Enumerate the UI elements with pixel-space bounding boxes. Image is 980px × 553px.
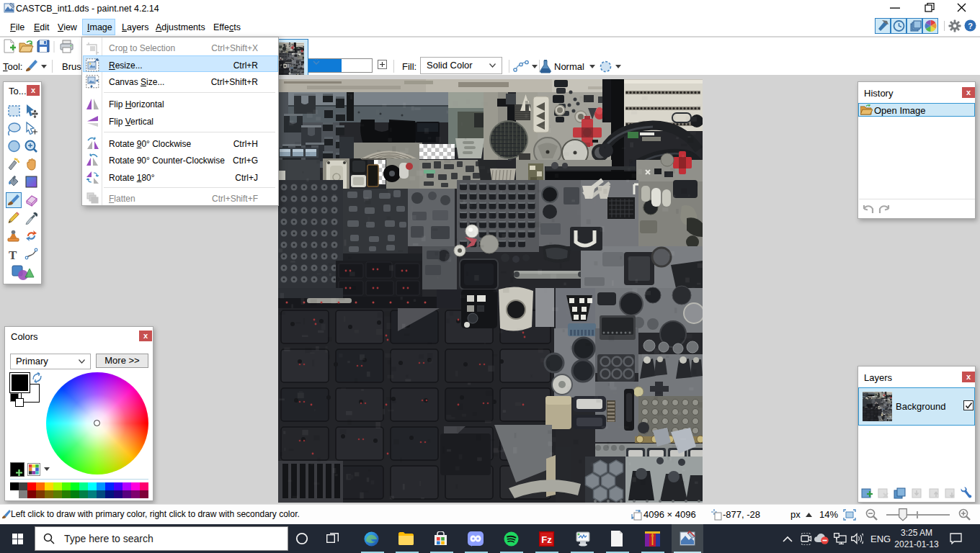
svg-text:?: ? <box>968 22 973 30</box>
svg-text:T: T <box>9 248 17 262</box>
svg-text:Fz: Fz <box>541 534 552 545</box>
